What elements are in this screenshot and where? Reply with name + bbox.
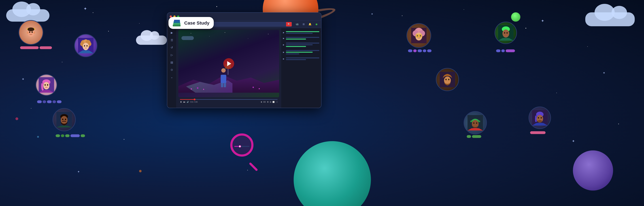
svg-point-32 — [27, 32, 28, 34]
miniplayer-icon[interactable]: ⊡ — [270, 101, 271, 103]
playlist-line-5a — [286, 57, 319, 58]
book-1 — [173, 24, 180, 26]
video-controls: ⏸ ⏭ 🔊 0:01 / 0:06 ⊕ CC ⚙ ⊡ — [178, 99, 279, 106]
sidebar-film-icon[interactable]: ▤ — [170, 60, 174, 65]
sparkle-6: ✦ — [572, 139, 575, 143]
user-icon[interactable]: ◉ — [314, 22, 319, 26]
video-camera-icon[interactable]: 📹 — [295, 22, 299, 26]
playlist-line-2b — [286, 39, 306, 39]
settings-dots-icon[interactable]: ⊕ — [261, 101, 262, 103]
playlist-line-3c — [286, 46, 306, 47]
svg-point-31 — [32, 31, 33, 33]
sidebar-clock-icon[interactable]: ⊙ — [170, 67, 174, 72]
playlist-line-3b — [286, 44, 313, 45]
playlist-item-2[interactable]: ▶ — [281, 35, 321, 41]
play-button[interactable] — [223, 58, 234, 69]
tag-group-3 — [56, 134, 85, 137]
progress-bar[interactable] — [180, 99, 278, 100]
playlist-play-2: ▶ — [283, 37, 284, 39]
cc-icon[interactable]: CC — [263, 101, 266, 103]
svg-point-79 — [476, 122, 477, 124]
planet-small-green — [511, 12, 520, 22]
playlist-item-3[interactable]: ▶ — [281, 41, 321, 48]
grid-icon[interactable]: ⊞ — [301, 22, 306, 26]
pause-icon[interactable]: ⏸ — [180, 101, 182, 103]
youtube-body: ⌂ ▶ ☰ ↺ ▷ ▤ ⊙ ⌄ YouTube 🔍 — [167, 20, 321, 108]
playlist-play-1: ▶ — [283, 31, 284, 34]
avatar-user2 — [36, 74, 57, 96]
playlist-item-4[interactable]: ▶ — [281, 48, 321, 56]
sparkle-4: ✦ — [603, 71, 605, 75]
magnifying-glass — [230, 133, 261, 164]
svg-point-50 — [88, 46, 89, 47]
sidebar-queue-icon[interactable]: ▶ — [170, 30, 174, 35]
playlist-line-1b — [286, 33, 313, 34]
case-study-label: Case Study — [184, 20, 210, 26]
video-thumbnail[interactable]: Design — [178, 30, 279, 97]
playlist-line-5b — [286, 59, 306, 60]
playlist-item-1[interactable]: ▶ — [281, 30, 321, 35]
case-study-bubble: Case Study — [168, 17, 214, 29]
time-display: 0:01 / 0:06 — [190, 101, 198, 103]
avatar-user7 — [436, 68, 459, 91]
svg-point-73 — [446, 79, 447, 80]
cloud-middle — [136, 35, 167, 45]
tag-group-1 — [20, 46, 52, 49]
avatar-user6 — [494, 22, 517, 44]
sparkle-1: ✦ — [84, 6, 87, 11]
svg-point-68 — [502, 29, 509, 37]
sidebar-history-icon[interactable]: ↺ — [170, 45, 174, 50]
youtube-content: Design — [176, 28, 321, 108]
tag-group-right-2 — [496, 49, 515, 52]
bell-icon[interactable]: 🔔 — [308, 22, 312, 26]
playlist-line-4a — [286, 50, 319, 51]
svg-point-34 — [28, 27, 34, 31]
sidebar-library-icon[interactable]: ☰ — [170, 38, 174, 43]
skip-icon[interactable]: ⏭ — [183, 101, 186, 103]
svg-point-69 — [504, 32, 505, 34]
svg-point-60 — [416, 32, 422, 40]
svg-point-83 — [538, 120, 542, 122]
svg-point-30 — [29, 31, 30, 33]
svg-point-37 — [43, 82, 50, 89]
playlist-play-4: ▶ — [283, 51, 284, 53]
playlist-line-1a — [286, 31, 319, 32]
right-controls: ⊕ CC ⚙ ⊡ ⬜ ⛶ — [261, 101, 278, 103]
volume-icon[interactable]: 🔊 — [187, 101, 189, 103]
cloud-top-left — [6, 9, 50, 22]
tag-group-right-3 — [467, 135, 481, 138]
svg-point-84 — [538, 117, 539, 119]
controls-row: ⏸ ⏭ 🔊 0:01 / 0:06 ⊕ CC ⚙ ⊡ — [180, 101, 278, 103]
tag-group-right-1 — [408, 49, 432, 52]
progress-fill — [180, 99, 196, 100]
video-section: Design — [176, 28, 281, 108]
svg-point-64 — [417, 35, 418, 36]
playlist-lines-4 — [286, 50, 319, 54]
book-2 — [173, 23, 180, 24]
svg-point-38 — [44, 84, 46, 86]
playlist-item-5[interactable]: ▶ — [281, 56, 321, 62]
cloud-top-right — [585, 12, 635, 26]
playlist-line-3a — [286, 43, 319, 43]
sidebar-subscriptions-icon[interactable]: ▷ — [170, 52, 174, 57]
playlist-line-4b — [286, 52, 313, 53]
topbar-icons: 📹 ⊞ 🔔 ◉ — [295, 22, 319, 26]
case-study-books — [173, 19, 182, 26]
theater-icon[interactable]: ⬜ — [272, 101, 275, 103]
playlist-panel: ▶ ▶ ▶ — [281, 28, 321, 108]
tag-group-2 — [37, 100, 62, 103]
mag-circle — [230, 133, 254, 157]
search-button[interactable]: 🔍 — [286, 22, 292, 26]
playlist-lines-5 — [286, 57, 319, 60]
sidebar-more-icon[interactable]: ⌄ — [170, 75, 174, 80]
svg-point-49 — [82, 46, 83, 47]
fullscreen-icon[interactable]: ⛶ — [276, 101, 278, 103]
svg-point-39 — [47, 84, 48, 86]
sparkle-3: ✦ — [541, 18, 544, 23]
sparkle-7: ✦ — [77, 170, 80, 174]
progress-dot[interactable] — [194, 99, 196, 100]
settings-icon[interactable]: ⚙ — [267, 101, 268, 103]
planet-purple — [573, 150, 613, 191]
svg-point-53 — [61, 116, 68, 124]
playlist-line-2a — [286, 37, 319, 38]
